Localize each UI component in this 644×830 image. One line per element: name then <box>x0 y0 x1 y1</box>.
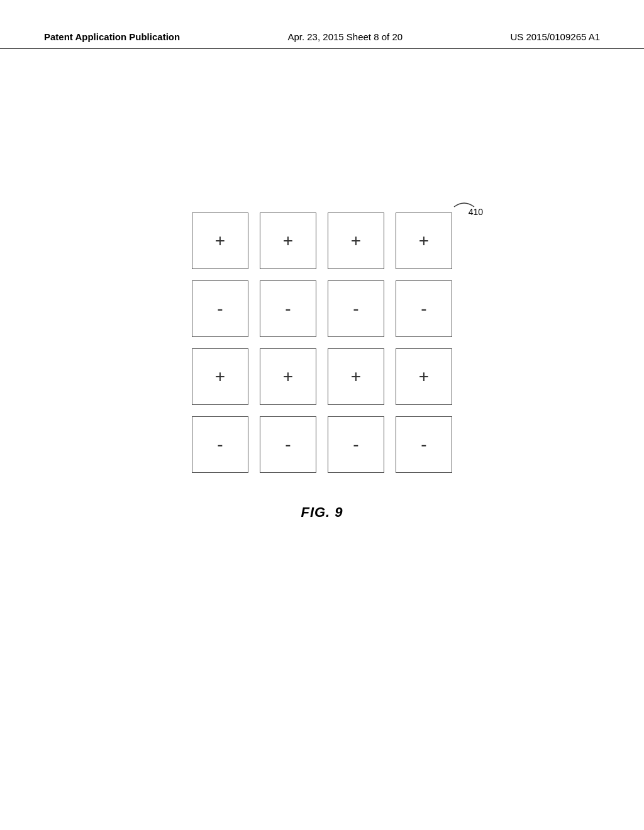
cell-r2c1: - <box>192 280 248 337</box>
cell-r4c2: - <box>260 416 316 473</box>
cell-r3c2: + <box>260 348 316 405</box>
publication-label: Patent Application Publication <box>44 31 180 42</box>
cell-r1c3: + <box>328 213 384 269</box>
cell-grid: + + + + 410 - - - - + + + + - - - - <box>192 213 452 473</box>
cell-r3c1: + <box>192 348 248 405</box>
page-header: Patent Application Publication Apr. 23, … <box>0 0 644 49</box>
cell-r2c3: - <box>328 280 384 337</box>
patent-number: US 2015/0109265 A1 <box>510 31 600 42</box>
cell-r1c4: + 410 <box>396 213 452 269</box>
cell-r3c4: + <box>396 348 452 405</box>
cell-r4c1: - <box>192 416 248 473</box>
cell-r4c3: - <box>328 416 384 473</box>
figure-label-410: 410 <box>469 207 483 217</box>
cell-r1c2: + <box>260 213 316 269</box>
cell-r2c2: - <box>260 280 316 337</box>
cell-r1c1: + <box>192 213 248 269</box>
main-content: + + + + 410 - - - - + + + + - - - - FIG.… <box>0 213 644 521</box>
cell-r2c4: - <box>396 280 452 337</box>
sheet-info: Apr. 23, 2015 Sheet 8 of 20 <box>287 31 402 42</box>
cell-r3c3: + <box>328 348 384 405</box>
cell-r4c4: - <box>396 416 452 473</box>
figure-caption: FIG. 9 <box>301 504 343 521</box>
